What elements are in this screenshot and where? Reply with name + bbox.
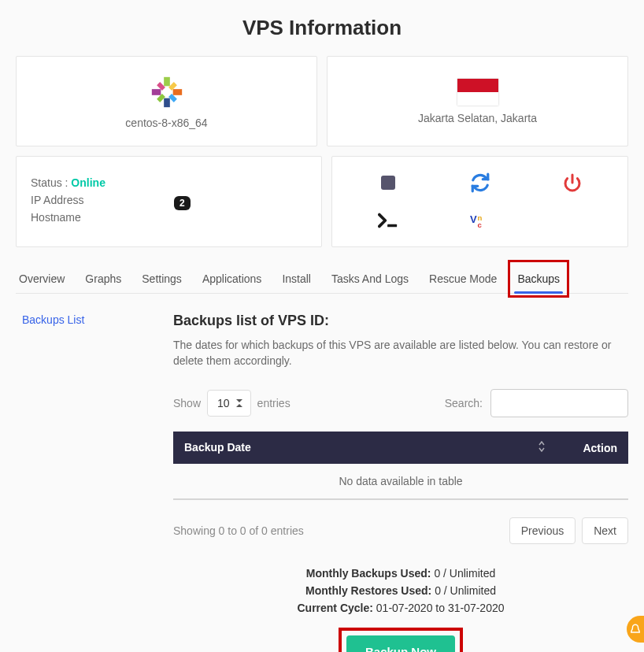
- restores-used-label: Monthly Restores Used:: [305, 584, 431, 597]
- panel-heading: Backups list of VPS ID:: [173, 313, 628, 329]
- actions-card: Vnc: [331, 156, 628, 247]
- svg-text:V: V: [470, 213, 477, 225]
- col-backup-date-label: Backup Date: [184, 441, 251, 454]
- backups-used-label: Monthly Backups Used:: [306, 567, 431, 580]
- tab-tasks-logs[interactable]: Tasks And Logs: [328, 265, 412, 293]
- previous-button[interactable]: Previous: [509, 517, 576, 544]
- sort-icon: [537, 441, 546, 454]
- tab-rescue-mode[interactable]: Rescue Mode: [426, 265, 500, 293]
- terminal-icon[interactable]: [378, 210, 398, 231]
- svg-rect-0: [164, 76, 170, 86]
- cycle-label: Current Cycle:: [297, 602, 372, 614]
- cycle-value: 01-07-2020 to 31-07-2020: [376, 602, 505, 614]
- location-name: Jakarta Selatan, Jakarta: [418, 112, 537, 124]
- backup-stats: Monthly Backups Used: 0 / Unlimited Mont…: [173, 565, 628, 617]
- backups-table: Backup Date Action No data available in …: [173, 432, 628, 500]
- sidebar: Backups List: [16, 313, 173, 652]
- location-card: Jakarta Selatan, Jakarta: [327, 56, 628, 146]
- hostname-label: Hostname: [31, 209, 307, 226]
- ip-address-label: IP Address: [31, 191, 307, 209]
- search-input[interactable]: [490, 389, 628, 417]
- restart-icon[interactable]: [470, 172, 490, 193]
- tab-install[interactable]: Install: [279, 265, 314, 293]
- status-card: Status : Online IP Address Hostname 2: [16, 156, 322, 247]
- svg-rect-8: [381, 176, 395, 190]
- tab-graphs[interactable]: Graphs: [82, 265, 124, 293]
- main-panel: Backups list of VPS ID: The dates for wh…: [173, 313, 628, 652]
- status-label: Status :: [31, 176, 68, 189]
- backups-used-value: 0 / Unlimited: [434, 567, 495, 580]
- os-card: centos-8-x86_64: [16, 56, 317, 146]
- entries-label: entries: [257, 397, 291, 409]
- pager: Previous Next: [509, 517, 628, 544]
- col-action: Action: [557, 432, 628, 464]
- page-size-select[interactable]: 10: [207, 390, 251, 417]
- centos-logo-icon: [149, 74, 185, 110]
- col-backup-date[interactable]: Backup Date: [173, 432, 557, 464]
- page-title: VPS Information: [16, 16, 628, 40]
- tab-overview[interactable]: Overview: [16, 265, 68, 293]
- status-value: Online: [71, 176, 105, 189]
- svg-rect-1: [172, 89, 182, 95]
- status-line: Status : Online: [31, 174, 307, 191]
- backup-now-button[interactable]: Backup Now: [346, 635, 455, 652]
- showing-text: Showing 0 to 0 of 0 entries: [173, 524, 304, 537]
- svg-rect-3: [151, 89, 161, 95]
- vnc-icon[interactable]: Vnc: [470, 210, 490, 231]
- svg-text:c: c: [477, 220, 482, 229]
- search-label: Search:: [445, 397, 483, 409]
- next-button[interactable]: Next: [582, 517, 628, 544]
- restores-used-value: 0 / Unlimited: [435, 584, 496, 597]
- svg-rect-2: [164, 98, 170, 107]
- show-label: Show: [173, 397, 201, 409]
- active-tab-underline: [514, 291, 563, 294]
- os-name: centos-8-x86_64: [125, 117, 207, 129]
- tabs-bar: Overview Graphs Settings Applications In…: [16, 265, 628, 294]
- stop-icon[interactable]: [378, 172, 398, 193]
- empty-action-slot: [562, 210, 583, 231]
- empty-row: No data available in table: [173, 464, 628, 499]
- count-badge: 2: [174, 196, 191, 210]
- tab-backups[interactable]: Backups: [514, 265, 563, 293]
- tab-settings[interactable]: Settings: [139, 265, 185, 293]
- indonesia-flag-icon: [457, 79, 498, 106]
- power-icon[interactable]: [562, 172, 583, 193]
- tab-applications[interactable]: Applications: [199, 265, 265, 293]
- panel-description: The dates for which backups of this VPS …: [173, 337, 628, 369]
- sidebar-backups-list-link[interactable]: Backups List: [22, 313, 84, 326]
- svg-rect-9: [387, 224, 397, 228]
